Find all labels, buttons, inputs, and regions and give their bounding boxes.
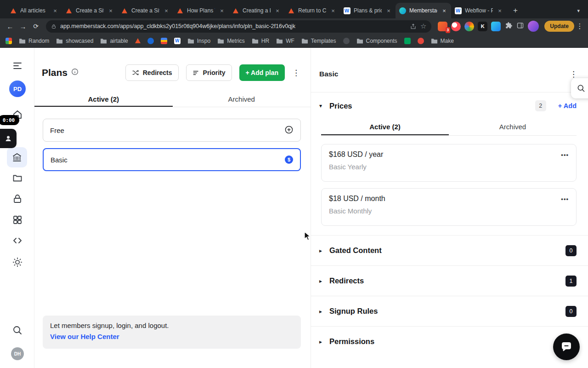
add-price-button[interactable]: + Add: [558, 102, 577, 109]
left-nav-rail: PD 0:00 DH: [0, 48, 34, 368]
browser-menu-kebab-icon[interactable]: [576, 22, 583, 30]
browser-tab[interactable]: Create a Site: [118, 3, 173, 18]
site-favicon: [10, 7, 17, 14]
bookmark-folder[interactable]: Inspo: [187, 38, 210, 44]
bookmark-folder[interactable]: Components: [356, 38, 397, 44]
bookmark-folder[interactable]: showcased: [56, 38, 93, 44]
price-menu-dots-icon[interactable]: [561, 151, 569, 158]
url-text: app.memberstack.com/apps/app_cldkbks2y01…: [60, 23, 406, 29]
priority-button[interactable]: Priority: [186, 64, 232, 81]
price-card[interactable]: $168 USD / year Basic Yearly: [321, 144, 577, 182]
members-folder-icon[interactable]: [12, 172, 23, 184]
recording-timer[interactable]: 0:00: [0, 115, 19, 125]
search-popover[interactable]: [571, 78, 588, 98]
tab-close-icon[interactable]: [163, 7, 170, 14]
section-signup-rules[interactable]: Signup Rules 0: [311, 296, 588, 326]
tab-search-chevron-icon[interactable]: [577, 8, 584, 14]
tab-active-prices[interactable]: Active (2): [321, 118, 449, 135]
browser-profile-avatar[interactable]: [528, 21, 539, 32]
address-bar[interactable]: app.memberstack.com/apps/app_cldkbks2y01…: [46, 20, 431, 33]
tab-archived-prices[interactable]: Archived: [449, 118, 577, 135]
recorder-widget[interactable]: [0, 129, 17, 148]
bookmark-grid-icon[interactable]: [6, 38, 12, 44]
update-chrome-button[interactable]: Update: [544, 21, 574, 32]
bookmark-site-icon[interactable]: [343, 38, 350, 44]
tab-close-icon[interactable]: [51, 7, 59, 14]
section-gated-content[interactable]: Gated Content 0: [311, 235, 588, 265]
tab-close-icon[interactable]: [441, 7, 448, 14]
browser-tab[interactable]: Return to Ch: [284, 3, 340, 18]
bookmark-folder[interactable]: Make: [431, 38, 454, 44]
plans-menu-kebab-icon[interactable]: [292, 68, 299, 78]
bookmark-folder[interactable]: Random: [19, 38, 49, 44]
section-redirects[interactable]: Redirects 1: [311, 265, 588, 296]
collapsed-sections: Gated Content 0 Redirects 1 Signup Rules…: [311, 235, 588, 356]
price-menu-dots-icon[interactable]: [561, 196, 569, 202]
bookmark-site-icon[interactable]: [418, 38, 424, 44]
reload-button[interactable]: [30, 21, 41, 32]
new-tab-button[interactable]: [509, 5, 521, 17]
extension-icon[interactable]: [491, 22, 501, 31]
bookmark-site-icon[interactable]: [161, 38, 167, 44]
bookmark-folder[interactable]: Templates: [301, 38, 336, 44]
redirects-button-label: Redirects: [143, 69, 172, 76]
forward-button[interactable]: [17, 21, 28, 32]
bookmark-site-icon[interactable]: [135, 38, 141, 43]
browser-tab[interactable]: Create a Site: [62, 3, 118, 18]
tab-close-icon[interactable]: [496, 7, 503, 14]
bookmark-folder[interactable]: HR: [252, 38, 269, 44]
detail-menu-kebab-icon[interactable]: [570, 69, 576, 79]
prices-tabs: Active (2) Archived: [321, 118, 577, 136]
gated-content-lock-icon[interactable]: [12, 193, 23, 204]
browser-tab[interactable]: Webflow - P: [451, 3, 507, 18]
settings-gear-icon[interactable]: [12, 257, 23, 268]
help-center-link[interactable]: View our Help Center: [50, 333, 294, 340]
bookmark-folder[interactable]: WF: [276, 38, 294, 44]
side-panel-icon[interactable]: [516, 22, 524, 31]
memberstack-favicon: [399, 7, 406, 14]
bookmark-folder[interactable]: Metrics: [217, 38, 245, 44]
tab-close-icon[interactable]: [274, 7, 281, 14]
tab-close-icon[interactable]: [329, 7, 337, 14]
user-avatar[interactable]: DH: [11, 347, 24, 360]
section-permissions[interactable]: Permissions: [311, 326, 588, 356]
info-icon[interactable]: [71, 68, 79, 77]
extension-icon[interactable]: [478, 22, 487, 31]
browser-tab[interactable]: Plans & pric: [340, 3, 396, 18]
plan-card-free[interactable]: Free: [43, 119, 301, 142]
sidebar-toggle-icon[interactable]: [12, 60, 23, 71]
extension-icon[interactable]: [451, 22, 461, 31]
devtools-code-icon[interactable]: [12, 235, 23, 246]
chat-widget-button[interactable]: [553, 334, 580, 360]
bookmark-webflow-icon[interactable]: [174, 38, 181, 44]
tab-close-icon[interactable]: [385, 7, 392, 14]
extension-icon[interactable]: [464, 22, 474, 31]
bookmark-site-icon[interactable]: [404, 38, 411, 44]
plan-card-basic-selected[interactable]: Basic: [43, 148, 301, 171]
browser-tab[interactable]: How Plans W: [173, 3, 229, 18]
tab-active-plans[interactable]: Active (2): [34, 91, 173, 107]
tab-close-icon[interactable]: [218, 7, 226, 14]
prices-section-header[interactable]: Prices 2 + Add: [319, 97, 577, 115]
browser-tab-active[interactable]: Memberstac: [396, 3, 451, 18]
bookmark-folder[interactable]: airtable: [100, 38, 128, 44]
add-plan-button[interactable]: + Add plan: [239, 64, 285, 81]
browser-tab[interactable]: Creating a P: [229, 3, 284, 18]
share-icon[interactable]: [410, 23, 417, 30]
bookmark-star-icon[interactable]: [420, 22, 426, 30]
tab-close-icon[interactable]: [107, 7, 114, 14]
apps-grid-icon[interactable]: [12, 214, 23, 225]
redirects-button[interactable]: Redirects: [125, 64, 179, 81]
folder-icon: [19, 38, 26, 44]
workspace-avatar[interactable]: PD: [9, 80, 26, 97]
browser-tab[interactable]: All articles: [6, 3, 62, 18]
extension-icon[interactable]: 3: [438, 22, 447, 31]
search-icon[interactable]: [12, 325, 23, 336]
nav-plans-selected[interactable]: [7, 147, 27, 167]
back-button[interactable]: [5, 21, 16, 32]
puzzle-extensions-icon[interactable]: [504, 21, 513, 31]
bookmark-site-icon[interactable]: [147, 38, 154, 44]
tab-archived-plans[interactable]: Archived: [173, 91, 311, 107]
price-card[interactable]: $18 USD / month Basic Monthly: [321, 188, 577, 226]
chat-icon: [560, 340, 573, 353]
